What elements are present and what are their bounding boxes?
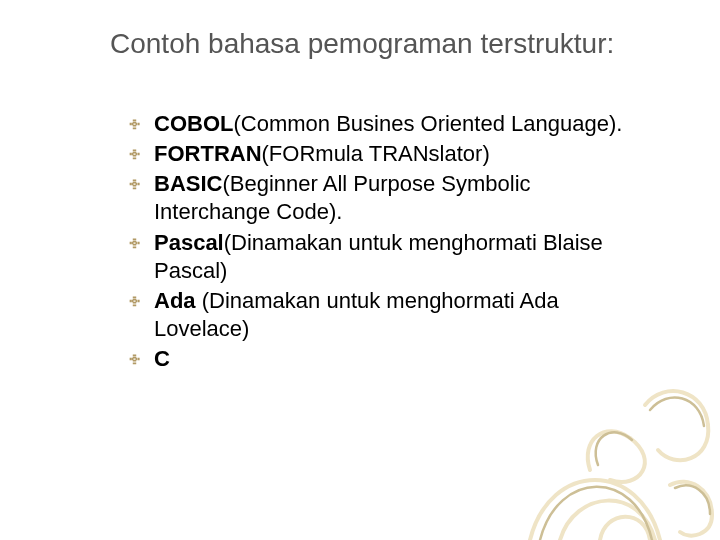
list-item: ༓Ada (Dinamakan untuk menghormati Ada Lo… [130,287,640,343]
list-item: ༓COBOL(Common Busines Oriented Language)… [130,110,640,138]
slide: Contoh bahasa pemograman terstruktur: ༓C… [0,0,720,540]
list-item: ༓FORTRAN(FORmula TRANslator) [130,140,640,168]
item-bold: Pascal [154,230,224,255]
item-bold: C [154,346,170,371]
item-rest: (Dinamakan untuk menghormati Ada Lovelac… [154,288,559,341]
list-item: ༓BASIC(Beginner All Purpose Symbolic Int… [130,170,640,226]
bullet-icon: ༓ [130,233,154,256]
bullet-icon: ༓ [130,174,154,197]
list-item: ༓Pascal(Dinamakan untuk menghormati Blai… [130,229,640,285]
list-item: ༓C [130,345,640,373]
bullet-icon: ༓ [130,114,154,137]
bullet-icon: ༓ [130,144,154,167]
item-bold: FORTRAN [154,141,262,166]
item-bold: Ada [154,288,202,313]
bullet-icon: ༓ [130,291,154,314]
item-rest: (FORmula TRANslator) [262,141,490,166]
slide-title: Contoh bahasa pemograman terstruktur: [110,28,660,60]
item-bold: COBOL [154,111,233,136]
bullet-icon: ༓ [130,349,154,372]
slide-body: ༓COBOL(Common Busines Oriented Language)… [130,110,640,375]
item-rest: (Common Busines Oriented Language). [233,111,622,136]
item-bold: BASIC [154,171,222,196]
